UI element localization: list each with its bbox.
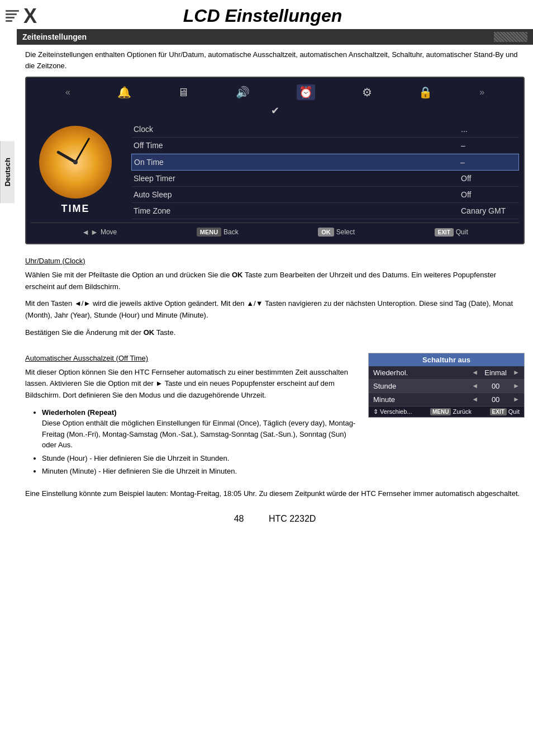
tv-screen: « 🔔 🖥 🔊 ⏰ ⚙ 🔒 » ✔ [25,77,525,244]
popup-col: Schaltuhr aus Wiederhol. ◄ Einmal ► Stun… [368,353,525,481]
menu-item-autosleep-label: Auto Sleep [134,190,461,199]
icon-bar: « 🔔 🖥 🔊 ⏰ ⚙ 🔒 » [31,82,519,102]
select-label: Select [336,228,355,236]
logo-line-2 [6,13,17,15]
menu-item-ontime-value: – [460,158,516,167]
offtime-bullet-list: Wiederholen (Repeat) Diese Option enthäl… [25,407,360,477]
quit-label: Quit [456,228,468,236]
section-header-pattern [494,32,527,42]
popup-quit-label: Quit [508,408,520,415]
menu-item-ontime[interactable]: On Time – [131,154,519,171]
popup-minute-right[interactable]: ► [513,395,520,403]
tv-content: TIME Clock ... Off Time – On Time [31,121,519,219]
move-btn: ◄ ► Move [82,228,117,237]
logo-x: X [23,6,37,26]
exit-btn-icon: EXIT [435,228,454,237]
menu-area: Clock ... Off Time – On Time – Sleep Tim… [126,121,519,219]
popup-wiederhol-value: Einmal [482,368,510,377]
popup-menu-icon: MENU [430,408,451,415]
move-label: Move [101,228,117,236]
popup-minute-left[interactable]: ◄ [472,395,478,403]
bullet-hour: Stunde (Hour) - Hier definieren Sie die … [42,453,360,464]
popup-back-label: Zurück [453,408,472,415]
popup-row-minute[interactable]: Minute ◄ 00 ► [369,393,524,407]
popup-wiederhol-left[interactable]: ◄ [472,368,478,376]
back-btn-bar[interactable]: MENU Back [197,228,239,237]
menu-item-offtime[interactable]: Off Time – [131,138,519,154]
menu-item-sleep-value: Off [461,174,517,183]
popup-row-stunde[interactable]: Stunde ◄ 00 ► [369,380,524,393]
popup-bottom-bar: ⇕ Verschieb... MENU Zurück EXIT Quit [369,407,524,417]
popup-stunde-label: Stunde [373,382,468,390]
monitor-icon[interactable]: 🖥 [178,86,189,99]
arrow-right-icon[interactable]: ► [91,228,98,237]
sidebar-label: Deutsch [0,141,15,203]
popup-wiederhol-label: Wiederhol. [373,368,468,377]
uhr-datum-section: Uhr/Datum (Clock) Wählen Sie mit der Pfe… [17,250,533,350]
menu-item-clock[interactable]: Clock ... [131,121,519,138]
quit-btn-bar[interactable]: EXIT Quit [435,228,468,237]
menu-item-clock-value: ... [461,125,517,134]
section-title: Zeiteinstellungen [22,32,87,41]
popup-move-icon: ⇕ [373,408,378,415]
lock-icon[interactable]: 🔒 [418,86,432,99]
speaker-icon[interactable]: 🔊 [236,86,250,99]
clock-label: TIME [61,203,90,215]
popup-quit-btn[interactable]: EXIT Quit [490,408,520,415]
menu-item-sleep-label: Sleep Timer [134,174,461,183]
clock-menu-icon[interactable]: ⏰ [297,84,315,100]
clock-para2: Mit den Tasten ◄/► wird die jeweils akti… [25,298,525,322]
page-number: 48 [234,514,244,523]
ok-btn-icon: OK [318,228,334,237]
select-btn-bar[interactable]: OK Select [318,228,355,237]
menu-item-autosleep[interactable]: Auto Sleep Off [131,187,519,203]
popup-stunde-left[interactable]: ◄ [472,382,478,390]
icon-bar-sub: ✔ [31,105,519,117]
clock-hand-hour [56,150,76,163]
arrow-left-icon[interactable]: ◄ [82,228,89,237]
clock-para3: Bestätigen Sie die Änderung mit der OK T… [25,327,525,339]
popup-panel: Schaltuhr aus Wiederhol. ◄ Einmal ► Stun… [368,353,525,418]
menu-item-timezone-label: Time Zone [134,206,461,215]
menu-item-timezone[interactable]: Time Zone Canary GMT [131,203,519,219]
offtime-text-col: Automatischer Ausschalzeit (Off Time) Mi… [25,353,360,481]
gear-icon[interactable]: ⚙ [362,86,372,99]
menu-item-ontime-label: On Time [134,158,460,167]
menu-item-sleep[interactable]: Sleep Timer Off [131,171,519,187]
footer-model: HTC 2232D [269,514,316,523]
logo-area: X [6,6,37,26]
popup-minute-value: 00 [482,395,510,404]
bullet-repeat: Wiederholen (Repeat) Diese Option enthäl… [42,407,360,451]
page-footer: 48 HTC 2232D [17,505,533,532]
clock-section-title: Uhr/Datum (Clock) [25,256,525,267]
double-right-icon[interactable]: » [479,87,484,97]
logo-lines [6,10,19,22]
clock-hand-minute [75,138,91,163]
menu-item-offtime-value: – [461,141,517,150]
popup-move-btn: ⇕ Verschieb... [373,408,412,415]
back-label: Back [223,228,239,236]
ok-bold-1: OK [232,271,243,279]
clock-image [39,126,112,199]
final-para: Eine Einstellung könnte zum Beispiel lau… [17,488,533,500]
section-header: Zeiteinstellungen [17,29,533,45]
menu-item-clock-label: Clock [134,125,461,134]
popup-stunde-right[interactable]: ► [513,382,520,390]
two-col-section: Automatischer Ausschalzeit (Off Time) Mi… [17,353,533,481]
double-left-icon[interactable]: « [65,87,70,97]
menu-item-timezone-value: Canary GMT [461,206,517,215]
menu-btn-icon: MENU [197,228,221,237]
logo-line-3 [6,17,15,18]
check-icon: ✔ [271,105,279,117]
offtime-section-title: Automatischer Ausschalzeit (Off Time) [25,353,360,365]
bell-icon[interactable]: 🔔 [117,86,131,99]
popup-title: Schaltuhr aus [369,353,524,366]
menu-item-offtime-label: Off Time [134,141,461,150]
arrow-btns: ◄ ► [82,228,98,237]
popup-wiederhol-right[interactable]: ► [513,368,520,376]
popup-row-wiederhol[interactable]: Wiederhol. ◄ Einmal ► [369,366,524,380]
tv-bottom-bar: ◄ ► Move MENU Back OK Select EXIT Quit [31,223,519,239]
clock-area: TIME [31,121,120,219]
popup-back-btn[interactable]: MENU Zurück [430,408,472,415]
ok-bold-2: OK [144,328,155,337]
